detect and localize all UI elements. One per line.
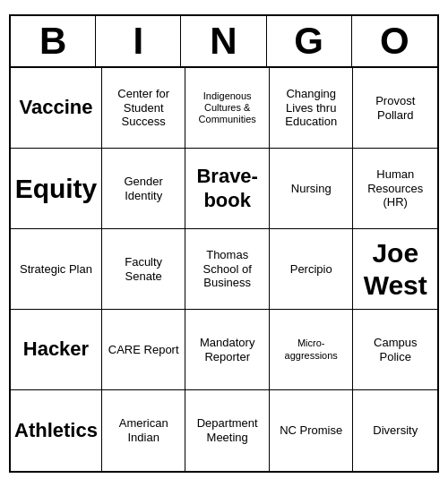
bingo-cell: Changing Lives thru Education bbox=[270, 68, 354, 149]
bingo-cell: Equity bbox=[11, 149, 102, 229]
bingo-cell: American Indian bbox=[102, 390, 186, 471]
bingo-cell: Micro-aggressions bbox=[270, 310, 354, 390]
bingo-cell: NC Promise bbox=[270, 390, 354, 471]
bingo-cell: Department Meeting bbox=[185, 390, 270, 471]
bingo-cell: Thomas School of Business bbox=[185, 229, 270, 310]
header-letter: B bbox=[11, 16, 96, 66]
header-letter: O bbox=[352, 16, 437, 66]
header-letter: N bbox=[181, 16, 266, 66]
bingo-cell: Provost Pollard bbox=[353, 68, 437, 149]
header-letter: G bbox=[267, 16, 352, 66]
bingo-cell: Hacker bbox=[11, 310, 102, 390]
bingo-card: BINGO VaccineCenter for Student SuccessI… bbox=[9, 14, 439, 473]
bingo-cell: Strategic Plan bbox=[11, 229, 102, 310]
bingo-cell: Human Resources (HR) bbox=[353, 149, 437, 229]
bingo-cell: Nursing bbox=[270, 149, 354, 229]
bingo-cell: Joe West bbox=[353, 229, 437, 310]
bingo-cell: Faculty Senate bbox=[102, 229, 186, 310]
bingo-grid: VaccineCenter for Student SuccessIndigen… bbox=[11, 68, 437, 471]
bingo-cell: Mandatory Reporter bbox=[185, 310, 270, 390]
header-letter: I bbox=[96, 16, 181, 66]
bingo-cell: CARE Report bbox=[102, 310, 186, 390]
bingo-cell: Gender Identity bbox=[102, 149, 186, 229]
bingo-cell: Diversity bbox=[353, 390, 437, 471]
bingo-cell: Athletics bbox=[11, 390, 102, 471]
bingo-cell: Campus Police bbox=[353, 310, 437, 390]
bingo-cell: Percipio bbox=[270, 229, 354, 310]
bingo-cell: Brave-book bbox=[185, 149, 270, 229]
bingo-header: BINGO bbox=[11, 16, 437, 68]
bingo-cell: Indigenous Cultures & Communities bbox=[185, 68, 270, 149]
bingo-cell: Vaccine bbox=[11, 68, 102, 149]
bingo-cell: Center for Student Success bbox=[102, 68, 186, 149]
